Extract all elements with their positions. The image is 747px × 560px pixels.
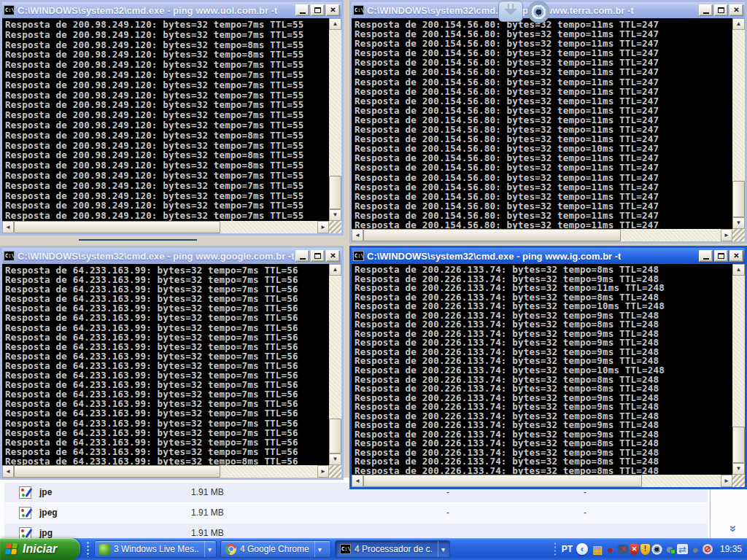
console-output[interactable]: Resposta de 200.98.249.120: bytes=32 tem… (2, 18, 329, 221)
group-dropdown-arrow-icon[interactable]: ▾ (314, 541, 325, 557)
scroll-right-button[interactable]: ► (721, 475, 732, 487)
scrollbar-thumb[interactable] (732, 427, 745, 463)
language-indicator[interactable]: PT (562, 544, 573, 554)
taskbar-button-label: 4 Processador de c... (355, 544, 433, 554)
minimize-button[interactable] (295, 4, 309, 16)
scrollbar-thumb[interactable] (14, 465, 220, 478)
resize-grip[interactable] (732, 475, 745, 487)
scrollbar-track[interactable] (732, 276, 745, 463)
scroll-right-button[interactable]: ► (317, 221, 329, 233)
taskbar-button-cmd[interactable]: C:\ 4 Processador de c... ▾ (335, 540, 450, 558)
resize-grip[interactable] (329, 465, 341, 478)
blocked-device-icon[interactable]: ⊘ (703, 544, 713, 554)
keyboard-layout-grid-icon[interactable]: ▦ (592, 543, 603, 555)
scroll-left-button[interactable]: ◄ (2, 221, 14, 233)
scroll-down-button[interactable]: ▼ (329, 454, 341, 465)
cmd-icon: C:\ (340, 544, 351, 554)
scroll-up-button[interactable]: ▲ (329, 18, 341, 30)
scroll-down-button[interactable]: ▼ (329, 209, 341, 221)
security-warning-shield-icon[interactable]: ! (640, 544, 650, 555)
overlay-lens-icon[interactable] (527, 1, 550, 23)
scroll-up-button[interactable]: ▲ (732, 264, 745, 276)
maximize-button[interactable] (714, 4, 728, 16)
maximize-button[interactable] (714, 250, 728, 262)
scrollbar-track[interactable] (14, 465, 317, 478)
minimize-button[interactable] (699, 250, 713, 262)
scroll-up-button[interactable]: ▲ (329, 264, 341, 276)
scroll-down-button[interactable]: ▼ (732, 217, 745, 229)
security-alert-shield-icon[interactable]: ✕ (630, 544, 639, 555)
close-button[interactable]: ✕ (729, 4, 743, 16)
system-tray: PT ‹ ▦ ● ✕ ✕ ! ☻ ⇄ ● ⊘ 19:35 (554, 538, 747, 560)
scroll-down-button[interactable]: ▼ (732, 463, 745, 475)
taskbar-button-label: 4 Google Chrome (240, 544, 309, 554)
scrollbar-thumb[interactable] (363, 475, 642, 487)
file-row[interactable]: jpeg 1.91 MB - - (4, 503, 708, 523)
network-disconnected-icon[interactable]: ✕ (618, 545, 628, 554)
window-title: C:\WINDOWS\system32\cmd.exe - ping www.u… (18, 5, 277, 16)
scrollbar-thumb[interactable] (363, 229, 621, 241)
resize-grip[interactable] (732, 229, 745, 241)
resize-grip[interactable] (329, 221, 341, 233)
vertical-scrollbar[interactable]: ▲ ▼ (732, 18, 745, 229)
console-output[interactable]: Resposta de 200.226.133.74: bytes=32 tem… (352, 264, 732, 475)
scrollbar-thumb[interactable] (329, 176, 341, 209)
horizontal-scrollbar[interactable]: ◄ ► (352, 229, 732, 241)
close-button[interactable]: ✕ (729, 250, 743, 262)
overlay-download-arrow-icon[interactable] (498, 1, 523, 22)
minimize-button[interactable] (295, 250, 309, 262)
vertical-scrollbar[interactable]: ▲ ▼ (732, 264, 745, 475)
scrollbar-track[interactable] (732, 30, 745, 217)
scrollbar-thumb[interactable] (14, 221, 220, 233)
antivirus-disc-icon[interactable]: ● (605, 543, 616, 555)
horizontal-scrollbar[interactable]: ◄ ► (352, 475, 732, 487)
horizontal-scrollbar[interactable]: ◄ ► (2, 221, 329, 233)
scroll-up-button[interactable]: ▲ (732, 18, 745, 30)
taskbar-clock[interactable]: 19:35 (720, 544, 742, 554)
console-output[interactable]: Resposta de 64.233.163.99: bytes=32 temp… (2, 264, 329, 465)
vertical-scrollbar[interactable]: ▲ ▼ (329, 264, 341, 465)
scrollbar-track[interactable] (363, 475, 721, 487)
scrollbar-track[interactable] (363, 229, 721, 241)
titlebar[interactable]: C:\ C:\WINDOWS\system32\cmd.exe - ping w… (2, 248, 341, 264)
globe-icon[interactable]: ● (689, 543, 701, 555)
scroll-right-button[interactable]: ► (721, 229, 732, 241)
file-col-value: - (446, 508, 449, 518)
sync-arrows-icon[interactable]: ⇄ (677, 544, 688, 554)
vertical-scrollbar[interactable]: ▲ ▼ (329, 18, 341, 221)
cmd-window-google: C:\ C:\WINDOWS\system32\cmd.exe - ping w… (0, 246, 344, 480)
maximize-button[interactable] (311, 250, 325, 262)
chevron-double-down-icon[interactable]: » (726, 525, 740, 532)
scrollbar-thumb[interactable] (732, 181, 745, 217)
taskbar-drag-handle[interactable] (86, 541, 90, 557)
maximize-button[interactable] (311, 4, 325, 16)
group-dropdown-arrow-icon[interactable]: ▾ (204, 541, 214, 557)
cmd-window-ig: C:\ C:\WINDOWS\system32\cmd.exe - ping w… (349, 246, 747, 489)
scrollbar-track[interactable] (14, 221, 317, 233)
scrollbar-track[interactable] (329, 30, 341, 209)
taskbar-button-messenger[interactable]: 3 Windows Live Mes... ▾ (94, 540, 217, 558)
scroll-left-button[interactable]: ◄ (2, 465, 14, 478)
file-col-value: - (584, 508, 587, 518)
file-name: jpeg (39, 508, 58, 518)
taskbar-button-chrome[interactable]: 4 Google Chrome ▾ (220, 540, 331, 558)
minimize-button[interactable] (699, 4, 713, 16)
close-button[interactable]: ✕ (326, 250, 340, 262)
messenger-status-icon[interactable]: ☻ (664, 543, 676, 555)
scroll-left-button[interactable]: ◄ (352, 475, 363, 487)
group-dropdown-arrow-icon[interactable]: ▾ (438, 541, 448, 557)
hide-tray-icons-chevron[interactable]: ‹ (576, 543, 588, 555)
titlebar[interactable]: C:\ C:\WINDOWS\system32\cmd.exe - ping w… (352, 248, 745, 264)
titlebar[interactable]: C:\ C:\WINDOWS\system32\cmd.exe - ping w… (2, 2, 341, 18)
scroll-left-button[interactable]: ◄ (352, 229, 363, 241)
console-output[interactable]: Resposta de 200.154.56.80: bytes=32 temp… (352, 18, 732, 229)
horizontal-scrollbar[interactable]: ◄ ► (2, 465, 329, 478)
quicktime-icon[interactable] (651, 544, 662, 555)
scrollbar-track[interactable] (329, 276, 341, 454)
scroll-right-button[interactable]: ► (317, 465, 329, 478)
start-button[interactable]: Iniciar (0, 538, 80, 560)
taskbar: Iniciar 3 Windows Live Mes... ▾ 4 Google… (0, 538, 747, 560)
close-button[interactable]: ✕ (326, 4, 340, 16)
scrollbar-thumb[interactable] (329, 419, 341, 454)
file-row[interactable]: jpg 1.91 MB (4, 524, 708, 538)
